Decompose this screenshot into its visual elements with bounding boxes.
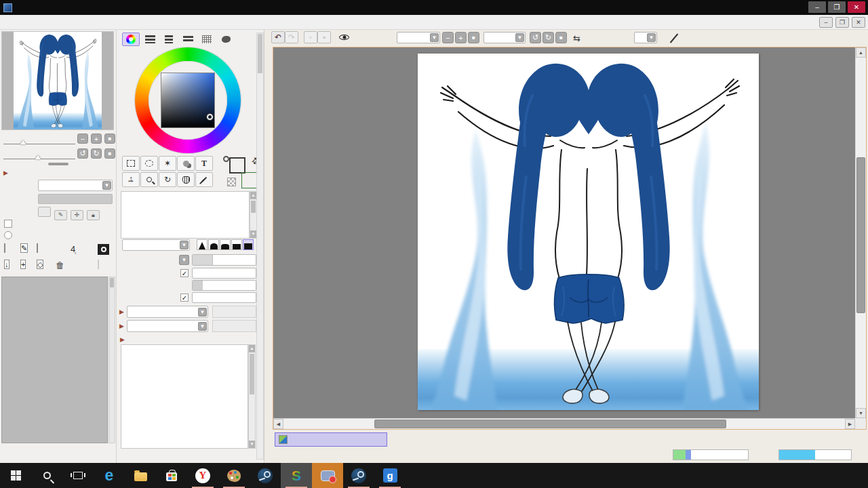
edge-shape-square[interactable] — [243, 239, 254, 250]
lock-pixels-button[interactable]: ✎ — [54, 210, 67, 220]
taskbar-search-button[interactable] — [31, 463, 62, 488]
window-close-button[interactable]: ✕ — [848, 1, 865, 13]
transfer-down-icon[interactable]: ↓ — [4, 260, 16, 272]
mdi-restore-button[interactable]: ❐ — [835, 17, 849, 28]
layer-list-scrollbar[interactable] — [108, 277, 115, 443]
scale-slider[interactable] — [3, 144, 75, 144]
stroke-stabilizer-icon[interactable] — [669, 33, 679, 42]
panel-scrollbar-thumb[interactable] — [258, 34, 262, 73]
new-linework-layer-icon[interactable]: ✎ — [20, 244, 32, 256]
hsv-sliders-tab[interactable] — [160, 33, 178, 46]
canvas-zoom-in-button[interactable]: + — [455, 32, 467, 43]
shape-dropdown-icon[interactable]: ▼ — [198, 308, 207, 317]
selection-source-radio[interactable] — [4, 231, 12, 239]
zoom-reset-button[interactable]: ■ — [104, 134, 115, 144]
brush-shape-select[interactable]: ▼ — [127, 306, 208, 318]
navigator-preview[interactable] — [1, 31, 114, 130]
canvas-rotation-select[interactable]: ▼ — [484, 32, 526, 43]
color-wheel-tab[interactable] — [122, 33, 140, 46]
rotate-cw-button[interactable]: ↻ — [91, 148, 102, 159]
brush-size-slider[interactable] — [192, 254, 256, 266]
merge-down-icon[interactable]: + — [20, 260, 32, 272]
deselect-button[interactable]: ▫ — [304, 31, 317, 43]
selection-source-row[interactable] — [4, 231, 121, 239]
clipping-checkbox[interactable] — [4, 220, 12, 228]
delete-layer-icon[interactable]: 🗑︎ — [56, 260, 67, 272]
mode-dropdown-icon[interactable]: ▼ — [102, 181, 111, 190]
canvas-rotation-reset-button[interactable]: ■ — [555, 32, 567, 43]
canvas-zoom-reset-button[interactable]: ■ — [468, 32, 479, 43]
taskbar-g-app[interactable]: g — [374, 463, 406, 488]
brush-blend-select[interactable]: ▼ — [122, 239, 190, 251]
hue-cursor[interactable] — [223, 156, 229, 162]
invert-selection-button[interactable]: ▪ — [317, 31, 331, 43]
taskbar-file-explorer[interactable] — [125, 463, 156, 488]
size-scroll-down-icon[interactable]: ▼ — [249, 441, 255, 448]
angle-reset-button[interactable]: ■ — [104, 148, 115, 159]
scroll-right-icon[interactable]: ▶ — [845, 419, 855, 429]
taskbar-recorder-active[interactable] — [312, 463, 343, 488]
taskbar-store[interactable] — [156, 463, 187, 488]
lock-position-button[interactable]: ✛ — [71, 210, 83, 220]
blend-dropdown-icon[interactable]: ▼ — [180, 241, 189, 249]
taskbar-edge[interactable]: e — [94, 463, 125, 488]
taskbar-sai[interactable]: S — [281, 463, 312, 488]
horizontal-scroll-thumb[interactable] — [374, 420, 726, 428]
clipping-row[interactable] — [4, 220, 121, 228]
lasso-tool[interactable] — [140, 156, 158, 171]
rotation-dropdown-icon[interactable]: ▼ — [515, 33, 524, 42]
mdi-minimize-button[interactable]: – — [819, 17, 833, 28]
hand-tool[interactable] — [177, 172, 195, 187]
layer-mode-select[interactable]: ▼ — [38, 180, 113, 191]
selection-visibility-icon[interactable] — [339, 35, 349, 40]
smoothing-dropdown-icon[interactable]: ▼ — [647, 33, 656, 42]
mask-icon[interactable] — [98, 260, 109, 272]
size-scroll-up-icon[interactable]: ▲ — [249, 345, 255, 352]
window-restore-button[interactable]: ❐ — [828, 1, 846, 13]
rect-select-tool[interactable] — [122, 156, 140, 171]
edge-shape-dome[interactable] — [220, 239, 231, 250]
canvas-rotate-cw-button[interactable]: ↻ — [542, 32, 554, 43]
rgb-sliders-tab[interactable] — [141, 33, 159, 46]
start-button[interactable] — [0, 463, 31, 488]
scroll-down-icon[interactable]: ▼ — [856, 408, 866, 418]
lock-all-button[interactable]: 🔒︎ — [87, 210, 100, 220]
min-density-slider[interactable] — [192, 292, 256, 303]
move-tool[interactable]: ↔↕ — [122, 172, 140, 187]
primary-color-swatch[interactable] — [229, 157, 245, 174]
saturation-value-square[interactable] — [161, 73, 215, 128]
rotate-tool[interactable]: ↻ — [159, 172, 176, 187]
min-size-slider[interactable] — [192, 268, 256, 279]
zoom-dropdown-icon[interactable]: ▼ — [430, 33, 439, 42]
layer-opacity-slider[interactable] — [38, 194, 113, 204]
color-mixer-tab[interactable] — [179, 33, 197, 46]
brush-texture-icon[interactable] — [98, 244, 109, 255]
canvas-rotate-ccw-button[interactable]: ↺ — [530, 32, 541, 43]
taskbar-paint-app[interactable] — [218, 463, 250, 488]
layer-effects-header[interactable]: ▶ — [3, 168, 120, 176]
secondary-color-swatch[interactable] — [241, 172, 258, 188]
edge-shape-flat[interactable] — [231, 239, 242, 250]
drawing-canvas[interactable] — [418, 54, 759, 410]
eyedropper-tool[interactable] — [195, 172, 213, 187]
brush-scroll-up-icon[interactable]: ▲ — [250, 192, 256, 199]
size-unit-dropdown-icon[interactable]: ▼ — [179, 255, 189, 265]
scale-slider-handle[interactable] — [20, 140, 26, 144]
layer-scrollbar-thumb[interactable] — [110, 278, 114, 287]
min-density-checkbox[interactable]: ✓ — [180, 293, 189, 302]
angle-slider-handle[interactable] — [35, 155, 41, 159]
taskbar-steam[interactable] — [250, 463, 281, 488]
vertical-scroll-thumb[interactable] — [856, 157, 865, 313]
clear-layer-icon[interactable]: ◇ — [37, 260, 48, 272]
swatches-tab[interactable] — [198, 33, 216, 46]
canvas-zoom-out-button[interactable]: − — [442, 32, 454, 43]
scratchpad-tab[interactable] — [217, 33, 235, 46]
size-scroll-thumb[interactable] — [250, 354, 254, 394]
paper-texture-select[interactable]: ▼ — [127, 320, 208, 332]
zoom-tool[interactable] — [140, 172, 158, 187]
canvas-tab[interactable] — [275, 432, 387, 447]
edge-shape-sharp[interactable] — [197, 239, 208, 250]
smoothing-select[interactable]: ▼ — [634, 32, 657, 43]
color-wheel[interactable] — [135, 47, 241, 153]
sv-cursor[interactable] — [207, 114, 213, 120]
